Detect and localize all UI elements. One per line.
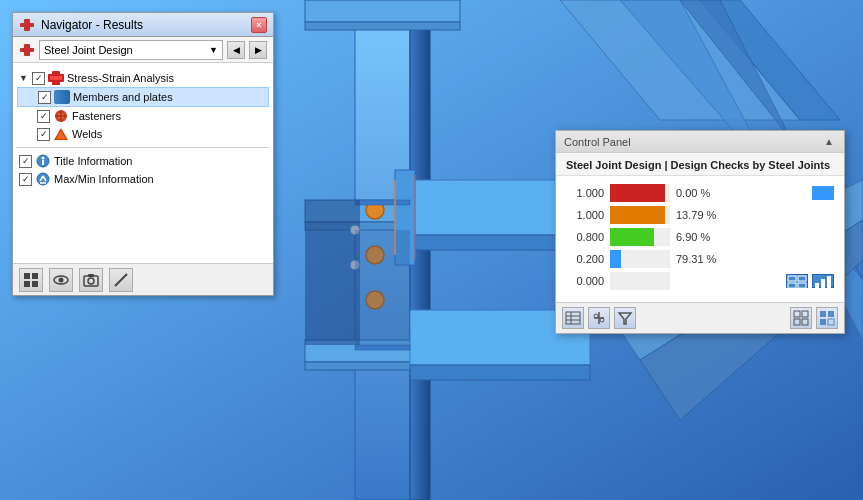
svg-rect-61 [88,274,94,277]
svg-rect-30 [355,230,410,345]
control-panel-header: Steel Joint Design | Design Checks by St… [556,153,844,176]
svg-rect-86 [828,319,834,325]
svg-rect-54 [32,273,38,279]
fasteners-icon [53,109,69,123]
svg-rect-39 [50,76,62,80]
chart-value-3: 0.200 [566,253,604,265]
svg-rect-53 [24,273,30,279]
svg-rect-28 [355,345,410,350]
chart-row-0: 1.000 0.00 % [566,184,834,202]
svg-point-58 [59,277,64,282]
chart-bar-container-4 [610,272,670,290]
svg-line-62 [115,274,127,286]
chart-bar-3 [610,250,621,268]
chart-bar-0 [610,184,665,202]
svg-rect-83 [820,311,826,317]
camera-button[interactable] [79,268,103,292]
chart-value-0: 1.000 [566,187,604,199]
tree-item-maxmin-info[interactable]: Max/Min Information [17,170,269,188]
control-panel-expand-button[interactable]: ▲ [822,135,836,149]
chart-indicator-chart[interactable] [812,274,834,288]
checkbox-title-info[interactable] [19,155,32,168]
line-button[interactable] [109,268,133,292]
svg-rect-29 [305,200,360,345]
expand-arrow-stress[interactable]: ▼ [19,73,29,83]
cp-settings-icon-button[interactable] [816,307,838,329]
svg-rect-64 [798,276,806,281]
svg-rect-68 [821,279,825,288]
navigator-tree: ▼ Stress-Strain Analysis Members and pla… [13,63,273,263]
maxmin-info-label: Max/Min Information [54,173,154,185]
chart-indicator-0 [812,186,834,200]
cp-filter-button[interactable] [614,307,636,329]
chart-indicator-grid[interactable] [786,274,808,288]
svg-rect-66 [798,283,806,288]
chart-bar-container-2 [610,228,670,246]
chart-pct-2: 6.90 % [676,231,726,243]
svg-rect-81 [794,319,800,325]
svg-rect-20 [410,365,590,380]
navigator-close-button[interactable]: × [251,17,267,33]
grid-view-button[interactable] [19,268,43,292]
nav-prev-button[interactable]: ◀ [227,41,245,59]
cp-scale-button[interactable] [588,307,610,329]
chart-row-1: 1.000 13.79 % [566,206,834,224]
eye-view-button[interactable] [49,268,73,292]
welds-icon [53,127,69,141]
chart-bar-container-0 [610,184,670,202]
svg-rect-67 [815,283,819,288]
navigator-dropdown-row: Steel Joint Design ▼ ◀ ▶ [13,37,273,63]
chart-bar-2 [610,228,654,246]
tree-item-fasteners[interactable]: Fasteners [17,107,269,125]
tree-item-welds[interactable]: Welds [17,125,269,143]
cp-grid-icon-button[interactable] [790,307,812,329]
cp-footer-right [790,307,838,329]
chart-value-2: 0.800 [566,231,604,243]
chart-row-3: 0.200 79.31 % [566,250,834,268]
checkbox-fasteners[interactable] [37,110,50,123]
cp-table-button[interactable] [562,307,584,329]
title-info-icon [35,154,51,168]
chart-value-1: 1.000 [566,209,604,221]
svg-rect-55 [24,281,30,287]
control-panel: Control Panel ▲ Steel Joint Design | Des… [555,130,845,334]
navigator-footer [13,263,273,295]
control-panel-title: Control Panel [564,136,631,148]
svg-rect-63 [788,276,796,281]
svg-rect-34 [24,19,30,31]
svg-rect-10 [305,22,460,30]
svg-rect-69 [827,276,831,288]
navigator-titlebar: Navigator - Results × [13,13,273,37]
svg-rect-85 [820,319,826,325]
members-plates-label: Members and plates [73,91,173,103]
tree-separator [17,147,269,148]
stress-strain-icon [48,71,64,85]
chart-bar-container-1 [610,206,670,224]
chart-bar-1 [610,206,665,224]
design-type-dropdown[interactable]: Steel Joint Design ▼ [39,40,223,60]
control-panel-chart: 1.000 0.00 % 1.000 13.79 % 0.800 6.90 % … [556,176,844,302]
svg-rect-79 [794,311,800,317]
checkbox-maxmin-info[interactable] [19,173,32,186]
nav-next-button[interactable]: ▶ [249,41,267,59]
title-info-label: Title Information [54,155,132,167]
checkbox-welds[interactable] [37,128,50,141]
tree-item-members-plates[interactable]: Members and plates [17,87,269,107]
svg-rect-80 [802,311,808,317]
tree-item-stress-strain[interactable]: ▼ Stress-Strain Analysis [17,69,269,87]
chart-pct-3: 79.31 % [676,253,726,265]
fasteners-label: Fasteners [72,110,121,122]
navigator-panel: Navigator - Results × Steel Joint Design… [12,12,274,296]
checkbox-members-plates[interactable] [38,91,51,104]
maxmin-info-icon [35,172,51,186]
checkbox-stress-strain[interactable] [32,72,45,85]
stress-strain-label: Stress-Strain Analysis [67,72,174,84]
svg-rect-82 [802,319,808,325]
members-icon [54,90,70,104]
steel-joint-icon [19,18,35,32]
svg-rect-70 [566,312,580,324]
chart-row-4: 0.000 [566,272,834,290]
tree-item-title-info[interactable]: Title Information [17,152,269,170]
svg-rect-36 [24,44,30,56]
svg-point-48 [42,157,45,160]
